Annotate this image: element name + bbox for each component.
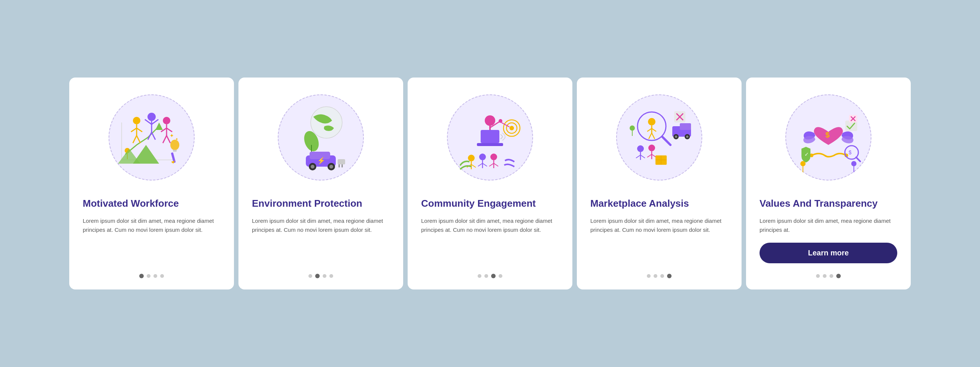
- card-title-2: Environment Protection: [252, 197, 390, 210]
- learn-more-button[interactable]: Learn more: [759, 243, 897, 263]
- dot: [478, 274, 481, 278]
- dots-2: [252, 274, 390, 278]
- card-motivated-workforce: ✦ ✦ Motivated Workforce Lorem ipsum dolo…: [69, 78, 234, 289]
- svg-line-85: [641, 155, 645, 158]
- card-illustration-3: [408, 78, 572, 197]
- svg-line-84: [636, 155, 641, 158]
- card-body-5: Lorem ipsum dolor sit dim amet, mea regi…: [759, 217, 897, 235]
- card-body-1: Lorem ipsum dolor sit dim amet, mea regi…: [83, 217, 221, 263]
- svg-line-12: [152, 132, 155, 140]
- svg-line-60: [482, 163, 487, 166]
- svg-line-100: [856, 157, 860, 161]
- svg-point-21: [170, 140, 179, 150]
- dots-4: [590, 274, 728, 278]
- illustration-circle-5: $ ✓ $: [785, 94, 872, 180]
- dot-active: [491, 274, 496, 278]
- card-title-1: Motivated Workforce: [83, 197, 221, 210]
- svg-line-16: [167, 128, 172, 132]
- svg-line-6: [137, 136, 140, 143]
- dot: [654, 274, 657, 278]
- svg-point-93: [630, 126, 635, 131]
- svg-point-36: [311, 165, 315, 169]
- dot: [323, 274, 326, 278]
- cards-container: ✦ ✦ Motivated Workforce Lorem ipsum dolo…: [69, 78, 911, 289]
- illustration-circle-4: [616, 94, 702, 180]
- svg-text:$: $: [849, 149, 852, 155]
- svg-line-3: [131, 128, 137, 132]
- dot: [816, 274, 820, 278]
- svg-text:✓: ✓: [805, 151, 809, 157]
- svg-line-64: [494, 163, 498, 166]
- svg-line-72: [662, 137, 670, 145]
- dot: [160, 274, 164, 278]
- card-environment-protection: ⚡ Environment Protection Lorem ipsum dol…: [239, 78, 403, 289]
- card-illustration-4: [577, 78, 741, 197]
- svg-text:✦: ✦: [175, 137, 178, 141]
- card-title-5: Values And Transparency: [759, 197, 897, 210]
- svg-point-106: [800, 161, 805, 166]
- svg-point-7: [148, 113, 156, 121]
- dot-active: [667, 274, 671, 278]
- card-content-1: Motivated Workforce Lorem ipsum dolor si…: [69, 197, 234, 278]
- card-content-3: Community Engagement Lorem ipsum dolor s…: [408, 197, 572, 278]
- svg-line-4: [137, 128, 142, 132]
- card-content-5: Values And Transparency Lorem ipsum dolo…: [746, 197, 911, 278]
- card-title-4: Marketplace Analysis: [590, 197, 728, 210]
- svg-line-70: [649, 133, 652, 139]
- card-illustration-5: $ ✓ $: [746, 78, 911, 197]
- svg-point-66: [648, 118, 655, 126]
- svg-line-63: [489, 163, 494, 166]
- dot: [147, 274, 151, 278]
- svg-line-17: [163, 136, 167, 143]
- svg-point-61: [490, 153, 497, 160]
- card-content-2: Environment Protection Lorem ipsum dolor…: [239, 197, 403, 278]
- dots-3: [421, 274, 559, 278]
- dot-active: [315, 274, 320, 278]
- environment-protection-icon: ⚡: [283, 100, 358, 175]
- dot-active: [139, 274, 144, 278]
- svg-text:✦: ✦: [170, 132, 174, 139]
- dot-active: [836, 274, 841, 278]
- svg-line-69: [652, 128, 656, 131]
- svg-point-13: [163, 117, 170, 124]
- svg-point-79: [675, 136, 677, 138]
- card-content-4: Marketplace Analysis Lorem ipsum dolor s…: [577, 197, 741, 278]
- card-body-3: Lorem ipsum dolor sit dim amet, mea regi…: [421, 217, 559, 263]
- svg-line-88: [647, 154, 652, 157]
- card-title-3: Community Engagement: [421, 197, 559, 210]
- svg-point-1: [133, 117, 140, 124]
- svg-point-51: [509, 126, 514, 130]
- dot: [309, 274, 312, 278]
- svg-line-68: [647, 128, 652, 131]
- svg-rect-43: [480, 130, 500, 143]
- svg-point-82: [637, 145, 644, 152]
- dot: [329, 274, 333, 278]
- card-illustration-1: ✦ ✦: [69, 78, 234, 197]
- illustration-circle-3: [447, 94, 533, 180]
- svg-line-71: [652, 133, 655, 139]
- svg-rect-44: [477, 143, 503, 146]
- svg-rect-77: [680, 123, 691, 130]
- svg-point-57: [479, 153, 486, 160]
- svg-rect-39: [338, 159, 345, 164]
- svg-point-108: [851, 161, 856, 166]
- svg-marker-0: [155, 123, 163, 130]
- card-marketplace-analysis: Marketplace Analysis Lorem ipsum dolor s…: [577, 78, 741, 289]
- dot: [484, 274, 488, 278]
- dots-5: [759, 274, 897, 278]
- svg-line-11: [148, 132, 152, 140]
- dot: [647, 274, 651, 278]
- illustration-circle-2: ⚡: [278, 94, 364, 180]
- dot: [823, 274, 827, 278]
- svg-line-56: [471, 164, 476, 168]
- dot: [829, 274, 833, 278]
- card-values-transparency: $ ✓ $: [746, 78, 911, 289]
- svg-point-38: [329, 165, 333, 169]
- svg-point-45: [485, 115, 495, 126]
- svg-point-86: [648, 145, 655, 151]
- illustration-circle-1: ✦ ✦: [108, 94, 195, 180]
- dot: [153, 274, 157, 278]
- svg-text:⚡: ⚡: [317, 156, 326, 165]
- svg-text:$: $: [826, 131, 829, 139]
- svg-point-48: [499, 119, 502, 123]
